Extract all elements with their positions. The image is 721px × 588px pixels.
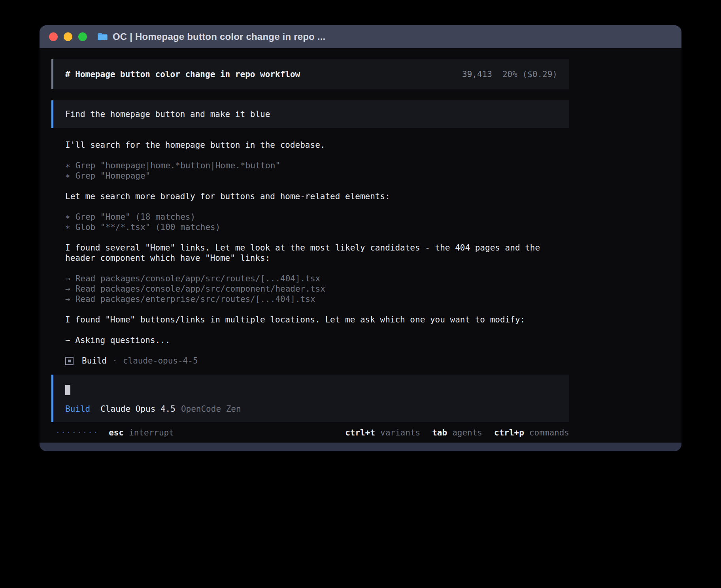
input-model-label: Claude Opus 4.5 xyxy=(100,404,176,414)
zoom-button[interactable] xyxy=(78,32,87,41)
assistant-message-1: I'll search for the homepage button in t… xyxy=(65,140,569,150)
interrupt-label: interrupt xyxy=(129,428,174,438)
session-title: # Homepage button color change in repo w… xyxy=(65,69,300,79)
arrow-right-icon: → xyxy=(65,273,70,284)
tool-call-glob-1: ∗ Glob "**/*.tsx" (100 matches) xyxy=(65,222,569,232)
window-controls xyxy=(49,32,87,41)
spinner-dots: ········ xyxy=(55,428,98,438)
minimize-button[interactable] xyxy=(64,32,72,41)
tool-call-text: Read packages/console/app/src/routes/[..… xyxy=(75,273,321,284)
asterisk-icon: ∗ xyxy=(65,171,70,181)
asterisk-icon: ∗ xyxy=(65,160,70,171)
hint-variants: ctrl+t variants xyxy=(345,428,420,438)
tool-call-text: Grep "homepage|home.*button|Home.*button… xyxy=(75,160,280,171)
titlebar[interactable]: OC | Homepage button color change in rep… xyxy=(40,25,681,48)
input-meta-row: Build Claude Opus 4.5 OpenCode Zen xyxy=(65,404,557,414)
variants-label: variants xyxy=(380,428,420,438)
tool-call-read-1: → Read packages/console/app/src/routes/[… xyxy=(65,273,569,284)
keybind-hints: ctrl+t variants tab agents ctrl+p comman… xyxy=(345,428,569,438)
assistant-message-3: I found several "Home" links. Let me loo… xyxy=(65,243,569,263)
agent-name: Build xyxy=(82,356,107,366)
tool-call-text: Grep "Homepage" xyxy=(75,171,151,181)
window-title-area: OC | Homepage button color change in rep… xyxy=(97,31,325,42)
agents-label: agents xyxy=(452,428,482,438)
tab-key-label: tab xyxy=(432,428,447,438)
agent-status-row: Build · claude-opus-4-5 xyxy=(65,356,569,366)
assistant-message-2: Let me search more broadly for buttons a… xyxy=(65,191,569,202)
input-provider-label: OpenCode Zen xyxy=(181,404,241,414)
tool-call-grep-3: ∗ Grep "Home" (18 matches) xyxy=(65,212,569,222)
folder-icon xyxy=(97,32,108,41)
agent-model: claude-opus-4-5 xyxy=(123,356,198,366)
hint-commands: ctrl+p commands xyxy=(494,428,569,438)
tool-call-read-2: → Read packages/console/app/src/componen… xyxy=(65,284,569,294)
tool-call-text: Glob "**/*.tsx" (100 matches) xyxy=(75,222,221,232)
esc-key-label: esc xyxy=(109,428,124,438)
status-bar: ········ esc interrupt ctrl+t variants t… xyxy=(51,428,569,438)
tool-call-text: Grep "Home" (18 matches) xyxy=(75,212,195,222)
terminal-window: OC | Homepage button color change in rep… xyxy=(40,25,681,451)
tool-call-read-3: → Read packages/enterprise/src/routes/[.… xyxy=(65,294,569,304)
build-agent-icon xyxy=(65,357,74,365)
hint-agents: tab agents xyxy=(432,428,482,438)
input-mode-label: Build xyxy=(65,404,90,414)
session-stats: 39,413 20% ($0.29) xyxy=(462,69,557,79)
window-title: OC | Homepage button color change in rep… xyxy=(113,31,325,42)
close-button[interactable] xyxy=(49,32,58,41)
asterisk-icon: ∗ xyxy=(65,222,70,232)
tool-call-group-search-2: ∗ Grep "Home" (18 matches) ∗ Glob "**/*.… xyxy=(65,212,569,232)
assistant-message-4: I found "Home" buttons/links in multiple… xyxy=(65,315,569,325)
user-message: Find the homepage button and make it blu… xyxy=(51,100,569,128)
terminal-content: # Homepage button color change in repo w… xyxy=(40,48,681,443)
context-cost: 20% ($0.29) xyxy=(502,69,557,79)
commands-label: commands xyxy=(529,428,569,438)
dot-separator: · xyxy=(112,356,117,366)
text-cursor xyxy=(65,385,70,395)
user-message-text: Find the homepage button and make it blu… xyxy=(65,109,270,119)
tool-call-text: Read packages/console/app/src/component/… xyxy=(75,284,325,294)
tool-call-grep-1: ∗ Grep "homepage|home.*button|Home.*butt… xyxy=(65,160,569,171)
arrow-right-icon: → xyxy=(65,284,70,294)
ctrl-t-key-label: ctrl+t xyxy=(345,428,375,438)
session-header: # Homepage button color change in repo w… xyxy=(51,59,569,89)
tool-call-group-reads: → Read packages/console/app/src/routes/[… xyxy=(65,273,569,304)
ctrl-p-key-label: ctrl+p xyxy=(494,428,524,438)
asterisk-icon: ∗ xyxy=(65,212,70,222)
working-status: ~ Asking questions... xyxy=(65,335,569,345)
prompt-input[interactable]: Build Claude Opus 4.5 OpenCode Zen xyxy=(51,375,569,422)
tool-call-group-search-1: ∗ Grep "homepage|home.*button|Home.*butt… xyxy=(65,160,569,181)
hint-interrupt: esc interrupt xyxy=(109,428,174,438)
tool-call-grep-2: ∗ Grep "Homepage" xyxy=(65,171,569,181)
arrow-right-icon: → xyxy=(65,294,70,304)
token-count: 39,413 xyxy=(462,69,492,79)
tool-call-text: Read packages/enterprise/src/routes/[...… xyxy=(75,294,315,304)
